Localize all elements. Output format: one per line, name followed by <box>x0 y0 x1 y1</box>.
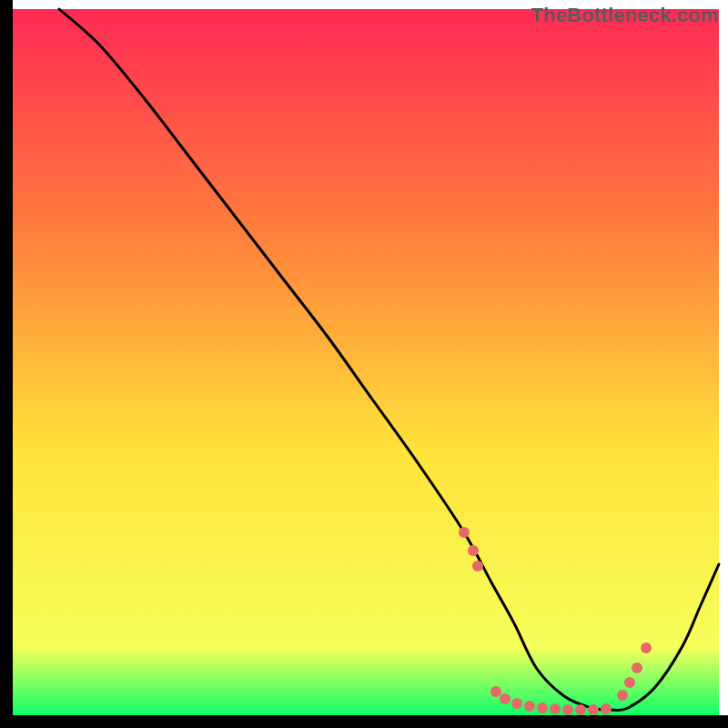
marker-dot <box>472 561 483 571</box>
marker-dot <box>632 662 642 673</box>
axis-left <box>0 0 13 728</box>
marker-dot <box>550 703 561 714</box>
marker-dot <box>511 698 522 709</box>
marker-dot <box>588 704 599 715</box>
marker-dot <box>524 701 535 712</box>
marker-dot <box>575 704 586 715</box>
axis-bottom <box>0 715 728 728</box>
marker-dot <box>500 693 511 704</box>
chart-svg <box>0 0 728 728</box>
marker-dot <box>537 703 548 713</box>
marker-dot <box>617 690 628 701</box>
marker-dot <box>562 704 573 715</box>
marker-dot <box>641 642 652 653</box>
watermark-text: TheBottleneck.com <box>531 4 719 27</box>
chart-container: TheBottleneck.com <box>0 0 728 728</box>
marker-dot <box>601 703 612 714</box>
marker-dot <box>468 545 479 556</box>
marker-dot <box>459 527 470 538</box>
plot-background <box>9 9 719 719</box>
marker-dot <box>490 686 501 697</box>
marker-dot <box>624 677 635 688</box>
